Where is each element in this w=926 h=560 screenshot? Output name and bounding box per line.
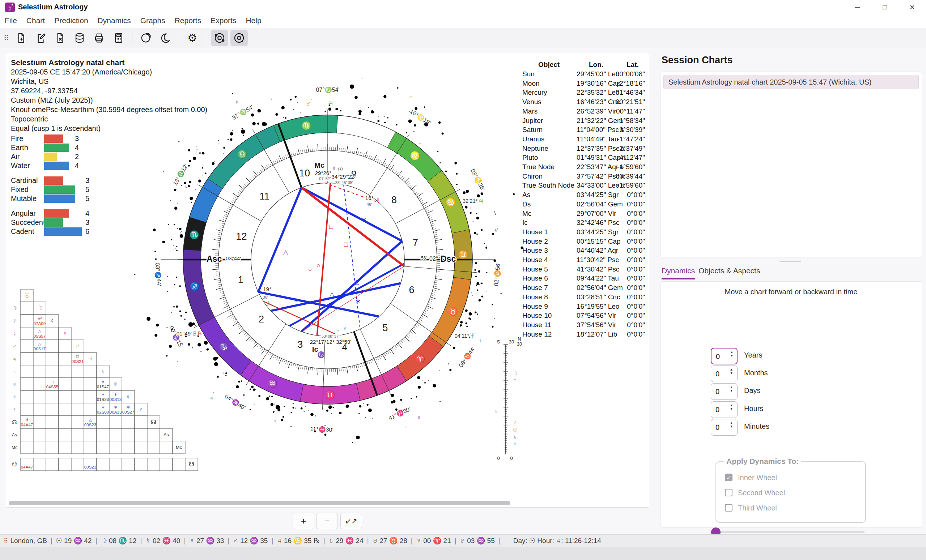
object-table-header: ObjectLon.Lat. <box>522 61 646 70</box>
table-cell: 22°35'32" Leo <box>576 89 619 97</box>
minutes-input[interactable]: 0▴▾ <box>711 419 738 436</box>
menu-file[interactable]: File <box>0 15 22 27</box>
table-cell: 16°19'55" Leo <box>576 303 619 311</box>
sun-theme-icon <box>140 33 151 44</box>
object-table-row: House 1007°54'56" Vir0°0'0" <box>522 312 646 321</box>
settings-button[interactable]: ⚙ <box>184 30 201 46</box>
menu-reports[interactable]: Reports <box>170 15 206 27</box>
years-input[interactable]: 0▴▾ <box>711 348 738 364</box>
close-button[interactable]: × <box>899 0 926 15</box>
object-table-row: Sun29°45'03" Leo00°00'08" <box>522 70 646 80</box>
time-slider[interactable] <box>712 531 864 533</box>
svg-text:♅: ♅ <box>113 381 118 388</box>
svg-text:△: △ <box>38 341 42 346</box>
svg-text:♈: ♈ <box>415 354 425 364</box>
spinner-arrows-icon[interactable]: ▴▾ <box>728 350 735 357</box>
hours-input[interactable]: 0▴▾ <box>711 401 738 418</box>
status-grip[interactable]: ⠿ <box>0 537 10 545</box>
new-chart-button[interactable] <box>12 30 30 46</box>
dist-value: 2 <box>75 152 79 161</box>
menu-dynamics[interactable]: Dynamics <box>93 15 136 27</box>
object-table-row: House 200°15'15" Cap0°0'0" <box>522 237 646 247</box>
svg-text:♓: ♓ <box>325 390 335 400</box>
delete-chart-button[interactable] <box>51 30 69 46</box>
dist-bar <box>44 152 57 161</box>
light-theme-button[interactable] <box>137 30 154 46</box>
svg-text:11°♓30': 11°♓30' <box>310 426 333 433</box>
zoom-in-button[interactable]: + <box>293 513 314 529</box>
menu-prediction[interactable]: Prediction <box>50 15 92 27</box>
print-button[interactable] <box>91 30 108 46</box>
svg-text:04'11°♅: 04'11°♅ <box>454 331 475 340</box>
horizontal-scrollbar[interactable] <box>9 501 510 505</box>
dist-row: Water4 <box>11 161 120 170</box>
dist-label: Fire <box>11 134 23 143</box>
apply-dynamics-legend: Apply Dynamics To: <box>724 457 801 466</box>
svg-text:04A47: 04A47 <box>21 423 33 427</box>
svg-text:04A47: 04A47 <box>21 465 33 469</box>
svg-text:♀: ♀ <box>195 147 199 153</box>
dist-value: 3 <box>85 218 89 227</box>
fit-view-button[interactable]: ↙↗ <box>340 513 362 529</box>
svg-text:♆: ♆ <box>12 394 16 400</box>
svg-text:00A13: 00A13 <box>110 410 121 414</box>
dist-bar <box>44 186 75 194</box>
svg-text:□: □ <box>51 379 53 384</box>
zoom-out-button[interactable]: − <box>316 513 338 529</box>
svg-text:♇: ♇ <box>139 406 143 413</box>
dist-label: Earth <box>11 143 28 152</box>
table-cell: Mercury <box>522 89 547 97</box>
months-input[interactable]: 0▴▾ <box>711 365 738 382</box>
spinner-arrows-icon[interactable]: ▴▾ <box>728 385 735 392</box>
edit-chart-button[interactable] <box>32 30 49 46</box>
table-cell: 00°15'15" Cap <box>576 237 621 246</box>
table-cell: Mc <box>522 210 531 217</box>
dist-value: 3 <box>85 177 89 185</box>
svg-text:29°26°: 29°26° <box>315 170 331 176</box>
svg-text:○: ○ <box>316 262 321 269</box>
menu-graphs[interactable]: Graphs <box>136 15 170 27</box>
gear-icon: ⚙ <box>188 33 197 44</box>
tab-dynamics[interactable]: Dynamics <box>661 266 695 279</box>
table-cell: 0°0'0" <box>627 266 645 273</box>
second-wheel-checkbox[interactable] <box>725 489 732 497</box>
dist-label: Fixed <box>11 186 29 194</box>
menu-chart[interactable]: Chart <box>22 15 50 27</box>
table-cell: 0°0'0" <box>627 246 645 255</box>
third-wheel-checkbox[interactable] <box>725 504 732 512</box>
svg-text:△: △ <box>89 417 92 422</box>
orbit-chart-button[interactable] <box>211 30 228 46</box>
spinner-arrows-icon[interactable]: ▴▾ <box>728 367 735 374</box>
calculator-button[interactable] <box>110 30 127 46</box>
toolbar-grip[interactable]: ⠿ <box>0 34 11 42</box>
svg-text:☿: ☿ <box>235 100 239 105</box>
session-chart-item[interactable]: Selestium Astrology natal chart 2025-09-… <box>663 75 919 89</box>
orbit-dynamics-button[interactable] <box>230 30 248 46</box>
inner-wheel-checkbox[interactable]: ✓ <box>725 474 732 481</box>
object-table-row: Jupiter21°32'22" Gem-1°58'34" <box>522 117 646 126</box>
table-cell: Moon <box>522 80 540 88</box>
spinner-arrows-icon[interactable]: ▴▾ <box>728 403 735 411</box>
maximize-button[interactable]: □ <box>871 0 899 15</box>
spinner-arrows-icon[interactable]: ▴▾ <box>728 421 735 428</box>
star-icon: ∗ <box>11 3 14 6</box>
toolbar-separator <box>132 31 132 45</box>
menu-help[interactable]: Help <box>241 15 266 27</box>
table-cell: Sun <box>522 70 535 78</box>
database-button[interactable] <box>71 30 88 46</box>
dark-theme-button[interactable] <box>157 30 174 46</box>
days-input[interactable]: 0▴▾ <box>711 383 738 400</box>
table-cell: Ds <box>522 200 531 208</box>
title-bar: ☽ ∗ Selestium Astrology ─ □ × <box>0 0 926 15</box>
moon-theme-icon <box>160 33 171 44</box>
svg-text:♃: ♃ <box>327 98 333 107</box>
object-table-row: House 803°28'51" Cnc0°0'0" <box>522 293 646 303</box>
toolbar: ⠿ ⚙ <box>0 28 926 48</box>
tab-objects-aspects[interactable]: Objects & Aspects <box>699 266 760 278</box>
menu-bar: FileChartPredictionDynamicsGraphsReports… <box>0 15 926 28</box>
minimize-button[interactable]: ─ <box>844 0 871 15</box>
panel-splitter[interactable] <box>779 261 801 262</box>
svg-text:41°♓30': 41°♓30' <box>387 406 412 422</box>
svg-text:♂: ♂ <box>75 343 80 350</box>
menu-exports[interactable]: Exports <box>206 15 241 27</box>
